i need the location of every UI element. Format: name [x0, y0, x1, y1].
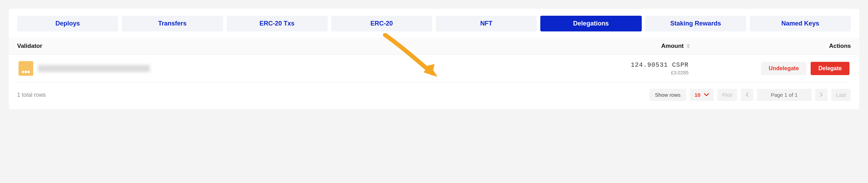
tab-transfers[interactable]: Transfers — [122, 16, 223, 31]
column-actions: Actions — [690, 43, 851, 50]
last-page-button[interactable]: Last — [831, 89, 851, 101]
chevron-down-icon — [704, 93, 709, 96]
tab-erc20-txs[interactable]: ERC-20 Txs — [227, 16, 328, 31]
prev-page-button[interactable] — [741, 89, 753, 101]
table-row: 124.90531 CSPR £3.0285 Undelegate Delega… — [17, 55, 851, 82]
tab-named-keys[interactable]: Named Keys — [750, 16, 851, 31]
table-footer: 1 total rows Show rows 10 First Page 1 o… — [17, 82, 851, 101]
tabs-container: Deploys Transfers ERC-20 Txs ERC-20 NFT … — [17, 16, 851, 31]
tab-staking-rewards[interactable]: Staking Rewards — [645, 16, 746, 31]
rows-select-value: 10 — [695, 92, 700, 98]
sort-icon[interactable] — [686, 44, 690, 49]
tab-deploys[interactable]: Deploys — [17, 16, 118, 31]
column-amount: Amount — [661, 43, 684, 50]
amount-value: 124.90531 CSPR — [584, 61, 689, 68]
column-validator: Validator — [17, 43, 585, 50]
first-page-button[interactable]: First — [717, 89, 737, 101]
delegate-button[interactable]: Delegate — [811, 62, 849, 75]
amount-fiat: £3.0285 — [584, 70, 689, 75]
page-info: Page 1 of 1 — [757, 89, 812, 101]
next-page-button[interactable] — [815, 89, 828, 101]
validator-address — [38, 65, 150, 72]
amount-cell: 124.90531 CSPR £3.0285 — [584, 61, 689, 75]
table-header: Validator Amount Actions — [9, 38, 859, 55]
rows-select[interactable]: 10 — [690, 89, 714, 101]
undelegate-button[interactable]: Undelegate — [761, 62, 806, 75]
validator-cell[interactable] — [19, 61, 584, 76]
chevron-right-icon — [820, 93, 823, 97]
chevron-left-icon — [746, 93, 748, 97]
actions-cell: Undelegate Delegate — [689, 62, 849, 75]
total-rows: 1 total rows — [17, 92, 646, 98]
tab-nft[interactable]: NFT — [436, 16, 537, 31]
show-rows-label: Show rows — [649, 89, 686, 101]
tab-delegations[interactable]: Delegations — [540, 16, 641, 31]
validator-avatar-icon — [19, 61, 33, 76]
tab-erc20[interactable]: ERC-20 — [331, 16, 432, 31]
